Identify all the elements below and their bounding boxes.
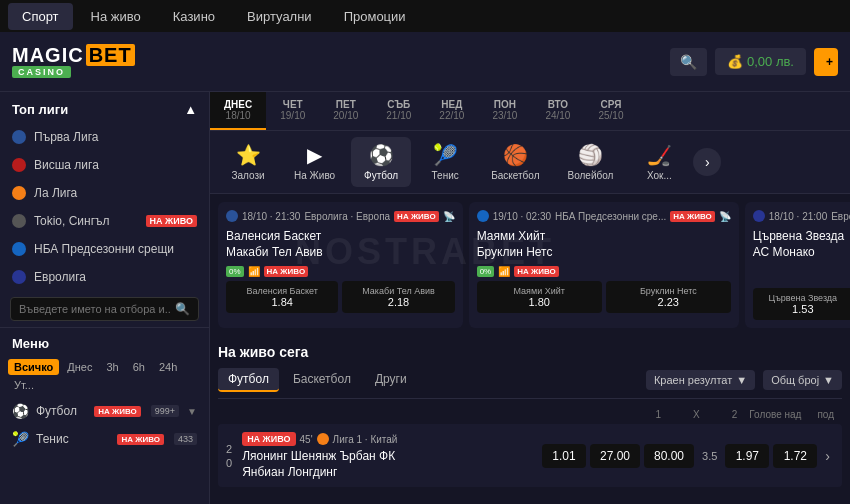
match-card-3-header: 18/10 · 21:00 Евролига · Е... — [753, 210, 850, 222]
balance-value: 0,00 лв. — [747, 54, 794, 69]
main-layout: Топ лиги ▲ Първа Лига Висша лига Ла Лига… — [0, 92, 850, 504]
nav-promos[interactable]: Промоции — [330, 3, 420, 30]
football-live-badge: НА ЖИВО — [94, 406, 141, 417]
sidebar-item-laliga[interactable]: Ла Лига — [0, 179, 209, 207]
live-tag-inner-1: НА ЖИВО — [264, 266, 309, 277]
flag-es — [12, 186, 26, 200]
expand-icon[interactable]: › — [821, 448, 834, 464]
logo-text: MAGICBET — [12, 45, 137, 65]
sidebar-item-vissha[interactable]: Висша лига — [0, 151, 209, 179]
live-match-scores: 1.01 27.00 80.00 3.5 1.97 1.72 › — [542, 444, 834, 468]
odd-btn-2-away[interactable]: Бруклин Нетс 2.23 — [606, 281, 731, 313]
nav-casino[interactable]: Казино — [159, 3, 229, 30]
date-tab-wed[interactable]: СРЯ 25/10 — [584, 92, 637, 130]
filter-24h[interactable]: 24h — [153, 359, 183, 375]
signal-icon-1: 📶 — [248, 266, 260, 277]
sport-tab-volleyball[interactable]: 🏐 Волейбол — [555, 137, 625, 187]
score-1x2-home[interactable]: 1.01 — [542, 444, 586, 468]
flag-bg — [12, 130, 26, 144]
live-tab-other[interactable]: Други — [365, 368, 417, 392]
sport-tab-football[interactable]: ⚽ Футбол — [351, 137, 411, 187]
live-sub-tabs: Футбол Баскетбол Други Краен резултат ▼ … — [218, 368, 842, 399]
header: MAGICBET CASINO 🔍 💰 0,00 лв. + — [0, 32, 850, 92]
sidebar-item-nba[interactable]: НБА Предсезонни срещи — [0, 235, 209, 263]
sport-tab-live[interactable]: ▶ На Живо — [282, 137, 347, 187]
date-tab-today[interactable]: ДНЕС 18/10 — [210, 92, 266, 130]
hockey-tab-icon: 🏒 — [647, 143, 672, 167]
odd-btn-1-home[interactable]: Валенсия Баскет 1.84 — [226, 281, 338, 313]
live-tab-basketball[interactable]: Баскетбол — [283, 368, 361, 392]
header-right: 🔍 💰 0,00 лв. + — [670, 48, 838, 76]
filter-today[interactable]: Днес — [61, 359, 98, 375]
match-card-3: 18/10 · 21:00 Евролига · Е... Цървена Зв… — [745, 202, 850, 328]
menu-section-title: Меню — [0, 327, 209, 355]
tennis-tab-icon: 🎾 — [433, 143, 458, 167]
tennis-count: 433 — [174, 433, 197, 445]
flag-eu-3 — [753, 210, 765, 222]
filter-all[interactable]: Всичко — [8, 359, 59, 375]
sidebar-item-euroleague[interactable]: Евролига — [0, 263, 209, 291]
nav-sport[interactable]: Спорт — [8, 3, 73, 30]
flag-us — [12, 242, 26, 256]
time-badge: НА ЖИВО — [242, 432, 295, 446]
filter-6h[interactable]: 6h — [127, 359, 151, 375]
sport-tab-basketball[interactable]: 🏀 Баскетбол — [479, 137, 551, 187]
flag-gb — [12, 158, 26, 172]
date-tab-sun[interactable]: НЕД 22/10 — [425, 92, 478, 130]
result-dropdown[interactable]: Краен резултат ▼ — [646, 370, 755, 390]
flag-eu-1 — [226, 210, 238, 222]
score-1x2-away[interactable]: 80.00 — [644, 444, 694, 468]
filter-tomorrow[interactable]: Ут... — [8, 377, 40, 393]
balance-button[interactable]: 💰 0,00 лв. — [715, 48, 806, 75]
sport-tab-favorites[interactable]: ⭐ Залози — [218, 137, 278, 187]
search-button[interactable]: 🔍 — [670, 48, 707, 76]
live-tag-1: НА ЖИВО — [394, 211, 439, 222]
score-under[interactable]: 1.72 — [773, 444, 817, 468]
sidebar-item-prva[interactable]: Първа Лига — [0, 123, 209, 151]
minute: 45' — [300, 434, 313, 445]
deposit-button[interactable]: + — [814, 48, 838, 76]
date-tab-sat[interactable]: СЪБ 21/10 — [372, 92, 425, 130]
team-search[interactable]: 🔍 — [10, 297, 199, 321]
odd-btn-3-home[interactable]: Цървена Звезда 1.53 — [753, 288, 850, 320]
menu-filter-bar: Всичко Днес 3h 6h 24h Ут... — [0, 355, 209, 397]
sidebar-sport-football[interactable]: ⚽ Футбол НА ЖИВО 999+ ▼ — [0, 397, 209, 425]
date-tab-mon[interactable]: ПОН 23/10 — [478, 92, 531, 130]
date-tab-thu[interactable]: ЧЕТ 19/10 — [266, 92, 319, 130]
odd-btn-1-away[interactable]: Макаби Тел Авив 2.18 — [342, 281, 454, 313]
date-tab-tue[interactable]: ВТО 24/10 — [531, 92, 584, 130]
football-count: 999+ — [151, 405, 179, 417]
chevron-down-icon: ▼ — [736, 374, 747, 386]
total-value: 3.5 — [698, 450, 721, 462]
sidebar-sport-tennis[interactable]: 🎾 Тенис НА ЖИВО 433 — [0, 425, 209, 453]
sports-next-button[interactable]: › — [693, 148, 721, 176]
sport-tab-tennis[interactable]: 🎾 Тенис — [415, 137, 475, 187]
leagues-title: Топ лиги ▲ — [0, 92, 209, 123]
score-1x2-draw[interactable]: 27.00 — [590, 444, 640, 468]
team-search-input[interactable] — [19, 303, 171, 315]
filter-3h[interactable]: 3h — [100, 359, 124, 375]
live-tab-football[interactable]: Футбол — [218, 368, 279, 392]
sidebar-item-tokio[interactable]: Tokio, Сингъл НА ЖИВО — [0, 207, 209, 235]
match-card-2: 19/10 · 02:30 НБА Предсезонни сре... НА … — [469, 202, 739, 328]
total-dropdown[interactable]: Общ број ▼ — [763, 370, 842, 390]
odd-btn-2-home[interactable]: Маями Хийт 1.80 — [477, 281, 602, 313]
score-over[interactable]: 1.97 — [725, 444, 769, 468]
stream-icon-1: 📡 — [443, 211, 455, 222]
logo-bet: BET — [86, 44, 135, 66]
date-tab-fri[interactable]: ПЕТ 20/10 — [319, 92, 372, 130]
content: ДНЕС 18/10 ЧЕТ 19/10 ПЕТ 20/10 СЪБ 21/10… — [210, 92, 850, 504]
basketball-tab-icon: 🏀 — [503, 143, 528, 167]
live-match-teams: Ляонинг Шенянж Ърбан ФК Янбиан Лонгдинг — [242, 449, 536, 479]
sport-tab-hockey[interactable]: 🏒 Хок... — [629, 137, 689, 187]
sport-tabs: ⭐ Залози ▶ На Живо ⚽ Футбол 🎾 Тенис 🏀 Ба… — [210, 131, 850, 194]
live-match-league: НА ЖИВО 45' Лига 1 · Китай — [242, 432, 536, 446]
nav-virtual[interactable]: Виртуални — [233, 3, 326, 30]
nav-live[interactable]: На живо — [77, 3, 155, 30]
live-match-info: НА ЖИВО 45' Лига 1 · Китай Ляонинг Шенян… — [242, 432, 536, 479]
chevron-down-icon2: ▼ — [823, 374, 834, 386]
match-odds-3: Цървена Звезда 1.53 АС Монако 2.5 — [753, 288, 850, 320]
match-odds-2: Маями Хийт 1.80 Бруклин Нетс 2.23 — [477, 281, 731, 313]
match-teams-1: Валенсия Баскет Макаби Тел Авив — [226, 228, 455, 260]
top-nav: Спорт На живо Казино Виртуални Промоции — [0, 0, 850, 32]
